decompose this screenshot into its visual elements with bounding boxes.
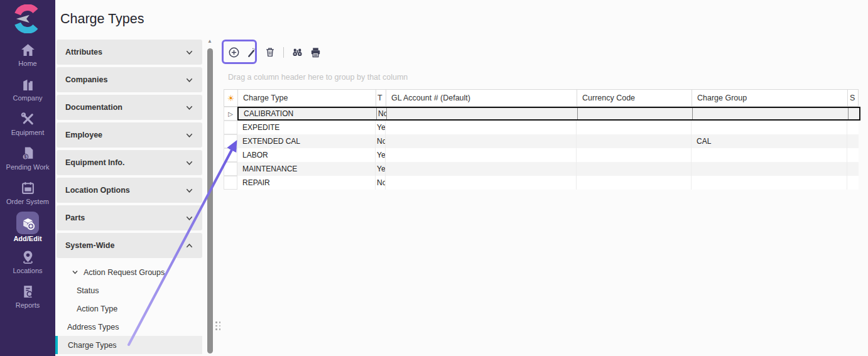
nav-label: Equipment: [11, 129, 45, 136]
section-companies[interactable]: Companies: [57, 67, 202, 92]
cell-s[interactable]: [847, 134, 858, 148]
cell-gl-account[interactable]: [386, 162, 577, 176]
column-header-charge-group[interactable]: Charge Group: [692, 90, 848, 106]
cell-taxable[interactable]: Yes: [376, 162, 386, 176]
cell-charge-group[interactable]: [692, 162, 847, 176]
splitter-grip[interactable]: [215, 321, 221, 332]
nav-item-reports[interactable]: Reports: [0, 281, 55, 315]
column-header-indicator[interactable]: ☀: [224, 90, 238, 106]
cell-taxable[interactable]: No: [377, 108, 387, 119]
cell-s[interactable]: [847, 121, 858, 134]
nav-item-home[interactable]: Home: [0, 39, 55, 73]
section-label: Equipment Info.: [65, 158, 124, 167]
toolbar-separator: [283, 47, 284, 58]
app-logo[interactable]: [13, 4, 42, 33]
cell-taxable[interactable]: Yes: [376, 121, 386, 134]
cell-charge-type[interactable]: LABOR: [237, 148, 376, 162]
cell-charge-type[interactable]: REPAIR: [237, 176, 376, 190]
cell-taxable[interactable]: No: [376, 134, 386, 148]
cell-charge-group[interactable]: [692, 121, 847, 134]
section-equipment-info[interactable]: Equipment Info.: [57, 150, 202, 175]
trash-icon: [264, 46, 276, 58]
scroll-up-icon[interactable]: ▲: [207, 38, 212, 44]
section-location-options[interactable]: Location Options: [57, 178, 202, 203]
add-circle-icon: [228, 46, 240, 58]
order-system-icon: [20, 180, 36, 196]
cell-s[interactable]: [847, 162, 858, 176]
nav-label: Reports: [16, 301, 40, 309]
column-header-charge-type[interactable]: Charge Type: [238, 90, 376, 106]
grid-row-expedite[interactable]: EXPEDITE Yes: [224, 121, 859, 134]
subnav-item-action-type[interactable]: Action Type: [55, 299, 202, 318]
cell-currency-code[interactable]: [577, 121, 692, 134]
grid-row-labor[interactable]: LABOR Yes: [224, 148, 859, 162]
cell-taxable[interactable]: No: [376, 176, 386, 190]
cell-currency-code[interactable]: [578, 108, 693, 119]
grid-row-repair[interactable]: REPAIR No: [224, 176, 859, 190]
cell-s[interactable]: [849, 108, 859, 119]
cell-currency-code[interactable]: [577, 162, 692, 176]
section-system-wide[interactable]: System-Wide: [57, 233, 202, 258]
cell-s[interactable]: [847, 176, 858, 190]
nav-item-locations[interactable]: Locations: [0, 246, 55, 281]
section-label: Location Options: [65, 186, 130, 195]
cell-charge-type[interactable]: CALIBRATION: [239, 108, 377, 119]
subnav-item-address-types[interactable]: Address Types: [55, 318, 202, 336]
subnav-item-status[interactable]: Status: [55, 281, 202, 299]
print-button[interactable]: [309, 46, 322, 58]
add-button[interactable]: [227, 46, 240, 58]
cell-charge-group[interactable]: [692, 148, 847, 162]
charge-types-grid: ☀ Charge Type T GL Account # (Default) C…: [224, 89, 859, 190]
scrollbar-thumb[interactable]: [207, 48, 213, 353]
grid-row-maintenance[interactable]: MAINTENANCE Yes: [224, 162, 859, 176]
cell-gl-account[interactable]: [386, 148, 577, 162]
section-label: Parts: [65, 213, 85, 222]
cell-charge-group[interactable]: [692, 176, 847, 190]
primary-sidebar: Home Company Equipment: [0, 0, 55, 356]
nav-label: Home: [18, 60, 36, 67]
column-header-gl-account[interactable]: GL Account # (Default): [386, 90, 577, 106]
subnav-item-charge-types[interactable]: Charge Types: [55, 336, 202, 354]
cell-currency-code[interactable]: [577, 134, 692, 148]
nav-item-company[interactable]: Company: [0, 73, 55, 108]
subnav-label: Action Request Groups: [84, 268, 165, 277]
section-documentation[interactable]: Documentation: [57, 95, 202, 120]
section-label: Documentation: [65, 103, 122, 112]
panel-scrollbar[interactable]: ▲: [207, 38, 214, 356]
nav-item-equipment[interactable]: Equipment: [0, 108, 55, 143]
grid-row-calibration[interactable]: ▷ CALIBRATION No: [224, 107, 859, 121]
section-attributes[interactable]: Attributes: [57, 40, 202, 65]
cell-charge-type[interactable]: EXTENDED CAL: [237, 134, 376, 148]
nav-label: Locations: [13, 267, 42, 274]
cell-charge-type[interactable]: MAINTENANCE: [237, 162, 376, 176]
column-header-taxable[interactable]: T: [376, 90, 386, 106]
cell-currency-code[interactable]: [577, 148, 692, 162]
chevron-down-icon: [185, 76, 193, 84]
cell-charge-group[interactable]: [693, 108, 849, 119]
edit-button[interactable]: [246, 46, 258, 58]
cell-s[interactable]: [847, 148, 858, 162]
column-header-s[interactable]: S: [848, 90, 859, 106]
cell-gl-account[interactable]: [386, 134, 577, 148]
cell-gl-account[interactable]: [386, 121, 577, 134]
cell-currency-code[interactable]: [577, 176, 692, 190]
section-employee[interactable]: Employee: [57, 122, 202, 148]
find-button[interactable]: [291, 46, 303, 58]
grid-row-extended-cal[interactable]: EXTENDED CAL No CAL: [224, 134, 859, 148]
cell-gl-account[interactable]: [386, 176, 577, 190]
section-parts[interactable]: Parts: [57, 205, 202, 230]
subnav-item-action-request-groups[interactable]: Action Request Groups: [55, 263, 202, 281]
cell-gl-account[interactable]: [387, 108, 578, 119]
nav-item-add-edit[interactable]: Add/Edit: [0, 212, 55, 246]
section-label: Employee: [65, 131, 102, 139]
delete-button[interactable]: [264, 46, 276, 58]
grid-header-row: ☀ Charge Type T GL Account # (Default) C…: [224, 89, 859, 107]
chevron-down-icon: [72, 269, 79, 276]
nav-item-order-system[interactable]: Order System: [0, 177, 55, 212]
cell-charge-type[interactable]: EXPEDITE: [237, 121, 376, 134]
nav-item-pending-work[interactable]: $ Pending Work: [0, 143, 55, 177]
column-header-currency-code[interactable]: Currency Code: [577, 90, 692, 106]
cell-charge-group[interactable]: CAL: [692, 134, 847, 148]
cell-taxable[interactable]: Yes: [376, 148, 386, 162]
section-label: Attributes: [65, 48, 102, 57]
